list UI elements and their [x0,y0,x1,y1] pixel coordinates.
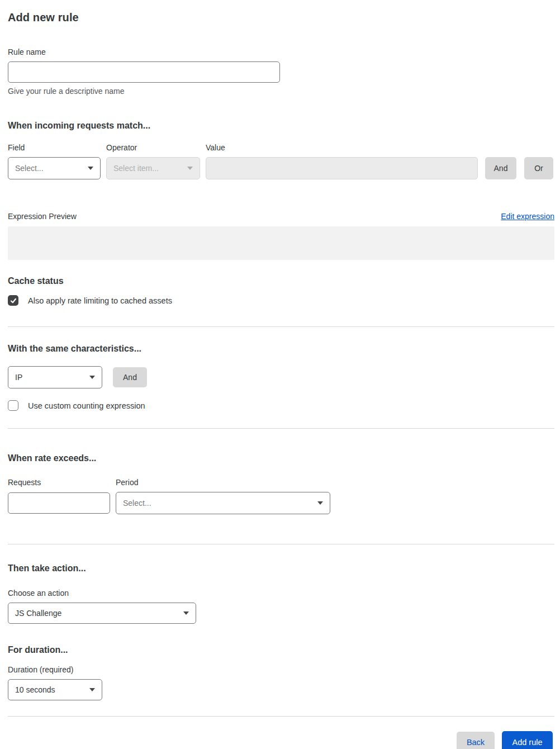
rate-heading: When rate exceeds... [8,453,553,463]
operator-select: Select item... [106,157,200,179]
operator-select-value: Select item... [113,164,159,173]
value-label: Value [206,143,225,153]
cache-status-heading: Cache status [8,276,553,286]
duration-select[interactable]: 10 seconds [8,679,102,700]
page-title: Add new rule [8,11,553,24]
requests-label: Requests [8,478,116,487]
chevron-down-icon [187,167,193,170]
expression-preview-label: Expression Preview [8,212,77,221]
field-label: Field [8,143,106,153]
checkmark-icon [10,297,17,304]
chevron-down-icon [88,167,93,170]
add-rule-button[interactable]: Add rule [502,731,553,749]
chevron-down-icon [89,376,95,379]
expression-preview-box [8,226,554,260]
divider [8,544,554,544]
back-button[interactable]: Back [457,732,495,749]
field-select-value: Select... [15,164,44,173]
add-rule-form: Add new rule Rule name Give your rule a … [0,0,560,749]
cache-checkbox[interactable] [8,295,18,306]
period-select-value: Select... [123,499,151,508]
action-label: Choose an action [8,589,553,598]
divider [8,428,554,429]
rule-name-input[interactable] [8,61,280,83]
duration-heading: For duration... [8,644,553,655]
chevron-down-icon [89,688,95,691]
rule-name-label: Rule name [8,48,553,57]
action-select-value: JS Challenge [15,609,61,618]
field-select[interactable]: Select... [8,157,101,179]
chevron-down-icon [183,611,189,615]
requests-input[interactable] [8,492,110,514]
period-label: Period [116,478,138,487]
or-button[interactable]: Or [524,157,553,179]
value-input [206,157,478,179]
duration-select-value: 10 seconds [15,685,55,694]
operator-label: Operator [106,143,206,153]
cache-checkbox-label: Also apply rate limiting to cached asset… [28,296,172,305]
divider [8,326,554,327]
edit-expression-link[interactable]: Edit expression [501,212,554,221]
period-select[interactable]: Select... [116,492,330,514]
custom-counting-label: Use custom counting expression [28,401,145,410]
characteristics-and-button[interactable]: And [113,367,147,387]
and-button[interactable]: And [485,157,516,179]
characteristics-heading: With the same characteristics... [8,343,553,354]
rule-name-help: Give your rule a descriptive name [8,87,553,96]
action-select[interactable]: JS Challenge [8,603,196,624]
custom-counting-checkbox[interactable] [8,400,18,411]
characteristic-select-value: IP [15,373,22,382]
action-heading: Then take action... [8,563,553,573]
characteristic-select[interactable]: IP [8,366,102,388]
divider [8,716,554,717]
chevron-down-icon [317,501,323,505]
duration-label: Duration (required) [8,665,553,675]
match-section-heading: When incoming requests match... [8,120,553,131]
